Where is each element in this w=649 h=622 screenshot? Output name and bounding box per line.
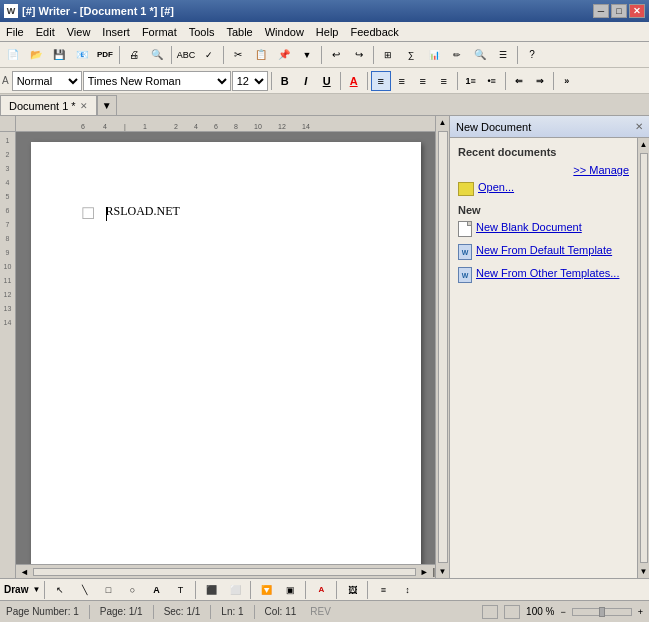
close-button[interactable]: ✕ xyxy=(629,4,645,18)
draw-fill-btn[interactable]: ⬛ xyxy=(200,579,222,601)
draw-rect-btn[interactable]: □ xyxy=(97,579,119,601)
new-template-item[interactable]: W New From Default Template xyxy=(458,243,629,260)
paste-btn[interactable]: 📌 xyxy=(273,44,295,66)
scroll-left-btn[interactable]: ◄ xyxy=(20,567,29,577)
new-blank-label[interactable]: New Blank Document xyxy=(476,220,582,234)
draw-select-btn[interactable]: ↖ xyxy=(49,579,71,601)
menu-edit[interactable]: Edit xyxy=(30,22,61,41)
align-left-button[interactable]: ≡ xyxy=(371,71,391,91)
new-template-icon: W xyxy=(458,244,472,260)
draw-shadow-btn[interactable]: 🔽 xyxy=(255,579,277,601)
undo-btn[interactable]: ↩ xyxy=(325,44,347,66)
align-center-button[interactable]: ≡ xyxy=(392,71,412,91)
scroll-up-btn[interactable]: ▲ xyxy=(439,116,447,129)
tab-close-btn[interactable]: ✕ xyxy=(80,101,88,111)
draw-3d-btn[interactable]: ▣ xyxy=(279,579,301,601)
menu-window[interactable]: Window xyxy=(259,22,310,41)
email-btn[interactable]: 📧 xyxy=(71,44,93,66)
draw-text-btn[interactable]: A xyxy=(145,579,167,601)
menu-file[interactable]: File xyxy=(0,22,30,41)
status-zoom-minus[interactable]: − xyxy=(560,607,565,617)
spell-btn[interactable]: ABC xyxy=(175,44,197,66)
redo-btn[interactable]: ↪ xyxy=(348,44,370,66)
nav-btn[interactable]: ☰ xyxy=(492,44,514,66)
menu-insert[interactable]: Insert xyxy=(96,22,136,41)
align-justify-button[interactable]: ≡ xyxy=(434,71,454,91)
menu-format[interactable]: Format xyxy=(136,22,183,41)
menu-feedback[interactable]: Feedback xyxy=(344,22,404,41)
draw-spacing-btn[interactable]: ↕ xyxy=(396,579,418,601)
doc-vscrollbar[interactable]: ▲ ▼ xyxy=(435,116,449,578)
draw-fontwork-btn[interactable]: A xyxy=(310,579,332,601)
copy-btn[interactable]: 📋 xyxy=(250,44,272,66)
pdf-btn[interactable]: PDF xyxy=(94,44,116,66)
draw-align-btn[interactable]: ≡ xyxy=(372,579,394,601)
restore-button[interactable]: □ xyxy=(611,4,627,18)
new-template-label[interactable]: New From Default Template xyxy=(476,243,612,257)
find-btn[interactable]: 🔍 xyxy=(469,44,491,66)
draw-ellipse-btn[interactable]: ○ xyxy=(121,579,143,601)
print-btn[interactable]: 🖨 xyxy=(123,44,145,66)
table-btn[interactable]: ⊞ xyxy=(377,44,399,66)
font-select[interactable]: Times New Roman xyxy=(83,71,231,91)
open-btn[interactable]: 📂 xyxy=(25,44,47,66)
draw-line-color-btn[interactable]: ⬜ xyxy=(224,579,246,601)
align-right-button[interactable]: ≡ xyxy=(413,71,433,91)
underline-button[interactable]: U xyxy=(317,71,337,91)
style-select[interactable]: Normal xyxy=(12,71,82,91)
new-other-item[interactable]: W New From Other Templates... xyxy=(458,266,629,283)
more-btn[interactable]: » xyxy=(557,71,577,91)
status-zoom-plus[interactable]: + xyxy=(638,607,643,617)
menu-view[interactable]: View xyxy=(61,22,97,41)
panel-scroll-down[interactable]: ▼ xyxy=(640,565,648,578)
chart-btn[interactable]: 📊 xyxy=(423,44,445,66)
scroll-right-btn[interactable]: ► xyxy=(420,567,429,577)
status-layout-icon[interactable] xyxy=(504,605,520,619)
draw-insert-pic-btn[interactable]: 🖼 xyxy=(341,579,363,601)
help-btn[interactable]: ? xyxy=(521,44,543,66)
minimize-button[interactable]: ─ xyxy=(593,4,609,18)
draw-func-btn[interactable]: ✏ xyxy=(446,44,468,66)
cut-btn[interactable]: ✂ xyxy=(227,44,249,66)
bold-button[interactable]: B xyxy=(275,71,295,91)
new-doc-btn[interactable]: 📄 xyxy=(2,44,24,66)
manage-link[interactable]: >> Manage xyxy=(573,164,629,176)
italic-button[interactable]: I xyxy=(296,71,316,91)
preview-btn[interactable]: 🔍 xyxy=(146,44,168,66)
draw-callout-btn[interactable]: T xyxy=(169,579,191,601)
bullet-list-button[interactable]: •≡ xyxy=(482,71,502,91)
split-h-btn[interactable]: | xyxy=(433,567,435,577)
num-list-button[interactable]: 1≡ xyxy=(461,71,481,91)
menu-help[interactable]: Help xyxy=(310,22,345,41)
status-zoom-slider[interactable] xyxy=(572,608,632,616)
menu-tools[interactable]: Tools xyxy=(183,22,221,41)
status-sep2 xyxy=(153,605,154,619)
font-color-button[interactable]: A xyxy=(344,71,364,91)
new-blank-item[interactable]: New Blank Document xyxy=(458,220,629,237)
formula-btn[interactable]: ∑ xyxy=(400,44,422,66)
panel-scroll-up[interactable]: ▲ xyxy=(640,138,648,151)
status-sep1 xyxy=(89,605,90,619)
menu-table[interactable]: Table xyxy=(220,22,258,41)
paste-special-btn[interactable]: ▼ xyxy=(296,44,318,66)
size-select[interactable]: 12 xyxy=(232,71,268,91)
new-other-label[interactable]: New From Other Templates... xyxy=(476,266,619,280)
auto-spell-btn[interactable]: ✓ xyxy=(198,44,220,66)
sep4 xyxy=(321,46,322,64)
decrease-indent-button[interactable]: ⇐ xyxy=(509,71,529,91)
save-btn[interactable]: 💾 xyxy=(48,44,70,66)
open-link[interactable]: Open... xyxy=(478,180,514,194)
page-scroll[interactable]: ☐ RSLOAD.NET xyxy=(16,132,435,564)
new-tab-btn[interactable]: ▼ xyxy=(97,95,117,115)
panel-close-btn[interactable]: ✕ xyxy=(635,121,643,132)
open-item[interactable]: Open... xyxy=(458,180,629,196)
draw-dropdown-btn[interactable]: ▼ xyxy=(32,585,40,594)
scroll-down-btn[interactable]: ▼ xyxy=(439,565,447,578)
document-tab[interactable]: Document 1 * ✕ xyxy=(0,95,97,115)
increase-indent-button[interactable]: ⇒ xyxy=(530,71,550,91)
ruler-horizontal: 6 4 | 1 2 4 6 8 10 12 14 xyxy=(16,116,435,132)
panel-vscrollbar[interactable]: ▲ ▼ xyxy=(637,138,649,578)
status-rev: REV xyxy=(310,606,331,617)
menu-bar: File Edit View Insert Format Tools Table… xyxy=(0,22,649,42)
draw-line-btn[interactable]: ╲ xyxy=(73,579,95,601)
